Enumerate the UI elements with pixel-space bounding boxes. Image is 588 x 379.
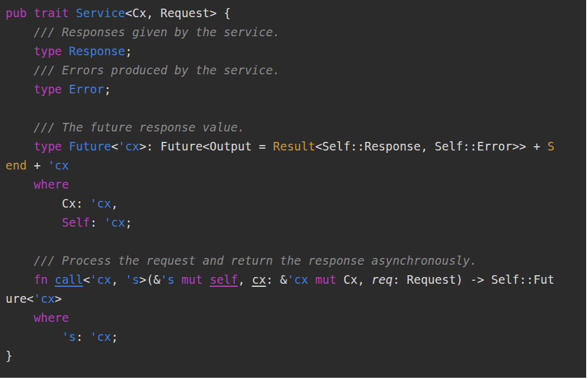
code-token: + <box>26 158 47 172</box>
code-token: Self <box>62 216 90 229</box>
code-token: 'cx <box>104 216 125 229</box>
code-token: type <box>34 139 62 153</box>
code-token: mut <box>316 273 336 286</box>
code-token: Service <box>76 6 125 20</box>
code-token: , <box>111 273 125 286</box>
code-token <box>6 311 34 324</box>
code-line: Self: 'cx; <box>6 213 586 232</box>
code-token <box>26 6 33 20</box>
code-token: type <box>34 44 62 58</box>
code-token: Cx, <box>336 273 371 286</box>
code-token <box>62 139 69 153</box>
code-line: type Error; <box>6 80 586 99</box>
code-token: ure< <box>6 292 34 305</box>
code-token: 'cx <box>287 273 308 286</box>
code-line: 's: 'cx; <box>6 327 586 346</box>
code-token: 'cx <box>90 197 111 210</box>
code-token: < <box>111 139 118 153</box>
code-token: self <box>210 273 238 286</box>
code-token: /// Responses given by the service. <box>6 25 280 39</box>
code-token: call <box>55 273 83 286</box>
code-token: Cx: <box>6 197 90 210</box>
code-token: <Cx, Request> { <box>125 6 231 20</box>
code-token: 's <box>125 273 140 286</box>
code-token: 'cx <box>118 139 139 153</box>
code-line: Cx: 'cx, <box>6 194 586 213</box>
code-line: /// Responses given by the service. <box>6 23 586 42</box>
code-token: mut <box>181 273 202 286</box>
code-token: , <box>238 273 252 286</box>
code-line: /// Process the request and return the r… <box>6 251 586 270</box>
code-token <box>6 216 62 229</box>
code-token <box>308 273 315 286</box>
code-token: trait <box>34 6 69 20</box>
code-line: } <box>6 346 586 365</box>
code-token: ; <box>125 44 132 58</box>
code-token: /// Errors produced by the service. <box>6 63 280 77</box>
code-token: end <box>6 158 26 172</box>
code-token: : <box>90 216 104 229</box>
code-token: req <box>371 273 392 286</box>
code-line <box>6 99 586 118</box>
code-token: fn <box>34 273 48 286</box>
code-token: pub <box>6 6 26 20</box>
code-line: fn call<'cx, 's>(&'s mut self, cx: &'cx … <box>6 270 586 289</box>
code-token: < <box>83 273 90 286</box>
code-line: type Future<'cx>: Future<Output = Result… <box>6 137 586 156</box>
code-token: } <box>6 349 12 362</box>
code-token: /// Process the request and return the r… <box>6 254 477 267</box>
code-token: Result <box>273 139 316 153</box>
code-token: 'cx <box>34 292 55 305</box>
code-token <box>6 273 34 286</box>
code-token: >(& <box>139 273 160 286</box>
code-token: : Request) -> Self::Fut <box>392 273 554 286</box>
code-token: > <box>55 292 62 305</box>
code-token <box>6 330 62 343</box>
code-token: cx <box>252 273 266 286</box>
code-token: Error <box>69 82 104 96</box>
code-token <box>202 273 209 286</box>
code-token <box>6 44 34 58</box>
code-token: 'cx <box>48 158 69 172</box>
code-token <box>6 82 34 96</box>
code-token: Response <box>69 44 125 58</box>
code-token: type <box>34 82 62 96</box>
code-line: /// Errors produced by the service. <box>6 61 586 80</box>
code-token <box>6 178 34 191</box>
code-token: where <box>34 311 69 324</box>
code-token: where <box>34 178 69 191</box>
code-token: Future <box>69 139 111 153</box>
code-token: >: Future<Output = <box>139 139 272 153</box>
code-token: <Self::Response, Self::Error>> + <box>315 139 547 153</box>
code-editor: pub trait Service<Cx, Request> { /// Res… <box>0 0 586 378</box>
code-token: ; <box>125 216 132 229</box>
code-token <box>69 6 76 20</box>
code-line <box>6 232 586 251</box>
code-token: 's <box>161 273 175 286</box>
code-line: end + 'cx <box>6 156 586 175</box>
code-token: /// The future response value. <box>6 120 245 134</box>
code-token: : & <box>266 273 287 286</box>
code-token <box>48 273 55 286</box>
code-line: type Response; <box>6 42 586 61</box>
code-token <box>62 44 69 58</box>
code-token: : <box>76 330 90 343</box>
code-token: S <box>547 139 554 153</box>
code-token: 'cx <box>90 273 111 286</box>
code-token <box>175 273 181 286</box>
code-token: ; <box>104 82 111 96</box>
code-line: pub trait Service<Cx, Request> { <box>6 4 586 23</box>
code-token: , <box>111 197 118 210</box>
code-line: where <box>6 308 586 327</box>
code-token: ; <box>111 330 118 343</box>
code-token: 'cx <box>90 330 111 343</box>
code-line: ure<'cx> <box>6 289 586 308</box>
code-token <box>62 82 69 96</box>
code-token <box>6 139 34 153</box>
code-token: 's <box>62 330 76 343</box>
code-line: where <box>6 175 586 194</box>
code-line: /// The future response value. <box>6 118 586 137</box>
